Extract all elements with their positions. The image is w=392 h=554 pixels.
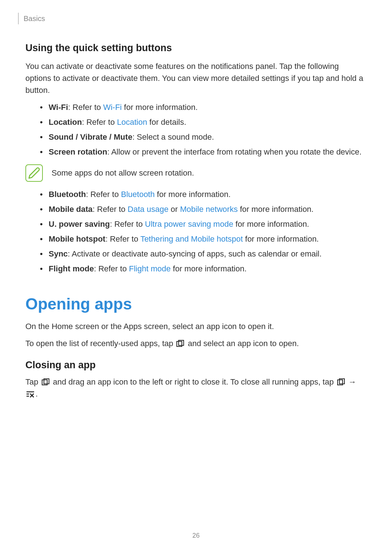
p2-pre: To open the list of recently-used apps, … [25,339,175,348]
item-text-post: for more information. [238,205,314,214]
recent-apps-icon [175,339,185,347]
item-text-mid: or [168,205,180,214]
item-bold: Location [49,118,82,127]
item-text: : Activate or deactivate auto-syncing of… [68,249,322,258]
close-all-icon [25,390,36,398]
flight-mode-link[interactable]: Flight mode [129,264,171,273]
note-box: Some apps do not allow screen rotation. [25,164,367,182]
mobile-networks-link[interactable]: Mobile networks [180,205,238,214]
item-text: : Refer to [86,190,121,199]
list-item: Wi-Fi: Refer to Wi-Fi for more informati… [40,101,367,113]
item-text: : Refer to [93,205,128,214]
breadcrumb: Basics [24,15,45,23]
main-heading-opening-apps: Opening apps [25,295,367,313]
item-bold: Sound / Vibrate / Mute [49,132,132,141]
p2-post: and select an app icon to open. [185,339,299,348]
item-bold: U. power saving [49,219,110,229]
location-link[interactable]: Location [117,118,147,127]
item-bold: Sync [49,249,68,258]
item-text: : Select a sound mode. [132,132,214,141]
item-text: : Refer to [94,264,129,273]
closing-p2: and drag an app icon to the left or righ… [51,377,336,386]
tethering-hotspot-link[interactable]: Tethering and Mobile hotspot [140,234,243,243]
list-item: Location: Refer to Location for details. [40,116,367,128]
bullet-list-a: Wi-Fi: Refer to Wi-Fi for more informati… [25,101,367,158]
item-bold: Flight mode [49,264,94,273]
header-divider-line [18,13,19,24]
recent-apps-icon [336,378,346,386]
list-item: Mobile hotspot: Refer to Tethering and M… [40,233,367,245]
item-bold: Mobile hotspot [49,234,105,243]
opening-apps-p1: On the Home screen or the Apps screen, s… [25,320,367,332]
item-text: : Refer to [105,234,140,243]
header: Basics [25,13,367,24]
list-item: Sync: Activate or deactivate auto-syncin… [40,248,367,260]
list-item: Flight mode: Refer to Flight mode for mo… [40,263,367,275]
wifi-link[interactable]: Wi-Fi [103,103,122,112]
ultra-power-saving-link[interactable]: Ultra power saving mode [145,219,233,229]
closing-p3: → [346,377,356,386]
note-pencil-icon [25,164,43,182]
note-text: Some apps do not allow screen rotation. [52,168,194,178]
item-bold: Screen rotation [49,147,107,156]
item-bold: Mobile data [49,205,93,214]
item-text-post: for more information. [171,264,246,273]
item-text-post: for details. [147,118,186,127]
sub-heading-closing-app: Closing an app [25,360,367,371]
closing-p4: . [36,389,38,398]
bluetooth-link[interactable]: Bluetooth [121,190,155,199]
data-usage-link[interactable]: Data usage [128,205,169,214]
item-text-post: for more information. [243,234,319,243]
item-text-post: for more information. [122,103,197,112]
item-text-post: for more information. [233,219,309,229]
opening-apps-p2: To open the list of recently-used apps, … [25,337,367,349]
closing-app-paragraph: Tap and drag an app icon to the left or … [25,376,367,400]
recent-apps-icon [41,378,51,386]
item-bold: Wi-Fi [49,103,68,112]
sub-heading-quick-settings: Using the quick setting buttons [25,42,367,54]
page-number: 26 [192,532,200,539]
list-item: Sound / Vibrate / Mute: Select a sound m… [40,131,367,143]
intro-paragraph: You can activate or deactivate some feat… [25,60,367,96]
list-item: Bluetooth: Refer to Bluetooth for more i… [40,188,367,200]
bullet-list-b: Bluetooth: Refer to Bluetooth for more i… [25,188,367,275]
list-item: Mobile data: Refer to Data usage or Mobi… [40,203,367,215]
item-text: : Refer to [82,118,117,127]
item-text: : Allow or prevent the interface from ro… [107,147,362,156]
item-text-post: for more information. [155,190,230,199]
list-item: Screen rotation: Allow or prevent the in… [40,146,367,158]
item-text: : Refer to [110,219,145,229]
list-item: U. power saving: Refer to Ultra power sa… [40,218,367,230]
closing-p1: Tap [25,377,41,386]
item-bold: Bluetooth [49,190,86,199]
item-text: : Refer to [68,103,103,112]
